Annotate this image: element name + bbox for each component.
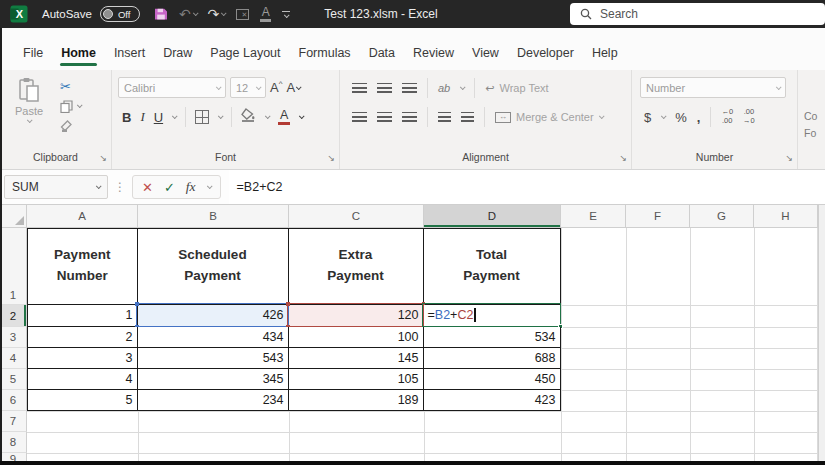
column-header-f[interactable]: F [626,205,690,228]
scrollbar-edge[interactable] [818,205,825,465]
currency-dropdown-icon[interactable] [661,113,667,119]
search-box[interactable] [570,3,825,25]
row-header-2[interactable]: 2 [0,305,27,327]
tab-draw[interactable]: Draw [154,37,201,70]
alignment-dialog-launcher-icon[interactable]: ↘ [619,154,627,163]
copy-button[interactable] [60,99,81,113]
font-dialog-launcher-icon[interactable]: ↘ [327,154,335,163]
autosave-toggle[interactable]: Off [100,6,140,22]
fill-color-button[interactable] [241,108,256,126]
insert-function-icon[interactable]: fx [186,179,196,195]
number-format-combobox[interactable]: Number [640,77,786,98]
cell-b1[interactable]: Scheduled Payment [138,229,289,305]
cell-a5[interactable]: 4 [28,369,138,390]
tab-page-layout[interactable]: Page Layout [201,37,289,70]
fill-color-dropdown-icon[interactable] [265,113,271,119]
search-input[interactable] [600,7,780,21]
cell-a4[interactable]: 3 [28,348,138,369]
font-color-button[interactable]: A [278,109,290,126]
align-center-icon[interactable] [377,112,392,123]
cell-a2[interactable]: 1 [28,305,138,327]
cell-c4[interactable]: 145 [289,348,424,369]
column-header-c[interactable]: C [289,205,424,228]
clipboard-dialog-launcher-icon[interactable]: ↘ [99,154,107,163]
formula-input[interactable]: =B2+C2 [229,170,825,204]
delete-cells-icon[interactable]: ✕ [236,9,249,20]
font-color-dropdown-icon[interactable] [299,113,305,119]
enter-icon[interactable]: ✓ [164,180,175,195]
borders-dropdown-icon[interactable] [218,113,224,119]
row-header-8[interactable]: 8 [0,432,27,453]
comma-format-button[interactable]: , [697,110,701,125]
row-header-6[interactable]: 6 [0,390,27,411]
italic-button[interactable]: I [140,109,144,125]
column-header-h[interactable]: H [754,205,818,228]
increase-indent-icon[interactable] [461,112,474,123]
cell-c5[interactable]: 105 [289,369,424,390]
column-header-g[interactable]: G [690,205,754,228]
cell-a3[interactable]: 2 [28,327,138,348]
row-header-4[interactable]: 4 [0,348,27,369]
decrease-decimal-icon[interactable]: .00 →0 [743,108,755,125]
grow-font-button[interactable]: A^ [270,80,282,95]
bold-button[interactable]: B [122,110,131,125]
merge-center-button[interactable]: ↔ Merge & Center [495,111,603,123]
cell-b2-formula-ref[interactable]: 426 [138,305,289,327]
tab-developer[interactable]: Developer [508,37,583,70]
orientation-icon[interactable]: ab [438,82,450,94]
underline-button[interactable]: U [154,110,163,125]
row-header-1[interactable]: 1 [0,228,27,305]
row-header-7[interactable]: 7 [0,411,27,432]
select-all-button[interactable] [0,205,27,228]
cell-c2-formula-ref[interactable]: 120 [289,305,424,327]
column-header-b[interactable]: B [138,205,289,228]
format-painter-button[interactable] [60,119,81,133]
cell-c3[interactable]: 100 [289,327,424,348]
cell-d4[interactable]: 688 [424,348,561,369]
percent-format-button[interactable]: % [675,110,687,125]
align-top-icon[interactable] [352,83,367,94]
shrink-font-button[interactable]: A [286,80,300,95]
align-left-icon[interactable] [352,112,367,123]
cancel-icon[interactable]: ✕ [142,180,153,195]
tab-data[interactable]: Data [360,37,404,70]
sheet-cells-area[interactable]: Payment Number Scheduled Payment Extra P… [27,228,818,465]
align-right-icon[interactable] [402,112,417,123]
cell-d2-editing[interactable]: =B2+C2 [424,305,561,327]
row-header-3[interactable]: 3 [0,327,27,348]
customize-qat-icon[interactable] [282,11,290,18]
tab-review[interactable]: Review [404,37,463,70]
cell-c1[interactable]: Extra Payment [289,229,424,305]
redo-icon[interactable]: ↷ [208,7,220,21]
font-family-combobox[interactable]: Calibri [118,77,226,98]
fx-dropdown-icon[interactable] [206,183,212,189]
orientation-dropdown-icon[interactable] [460,84,466,90]
align-bottom-icon[interactable] [402,83,417,94]
underline-dropdown-icon[interactable] [172,113,178,119]
save-icon[interactable] [154,7,168,21]
cell-d3[interactable]: 534 [424,327,561,348]
decrease-indent-icon[interactable] [438,112,451,123]
tab-help[interactable]: Help [583,37,627,70]
tab-file[interactable]: File [14,37,52,70]
tab-view[interactable]: View [463,37,508,70]
column-header-e[interactable]: E [561,205,626,228]
font-color-qat-icon[interactable]: A [260,6,271,22]
cell-d6[interactable]: 423 [424,390,561,411]
number-dialog-launcher-icon[interactable]: ↘ [785,154,793,163]
tab-insert[interactable]: Insert [105,37,154,70]
wrap-text-button[interactable]: ↩ Wrap Text [485,82,548,95]
increase-decimal-icon[interactable]: ←0 .00 [721,108,733,125]
cell-a1[interactable]: Payment Number [28,229,138,305]
currency-format-button[interactable]: $ [644,110,651,125]
cell-d5[interactable]: 450 [424,369,561,390]
cell-a6[interactable]: 5 [28,390,138,411]
undo-dropdown-icon[interactable] [192,10,198,16]
column-header-d[interactable]: D [424,205,561,228]
cell-d1[interactable]: Total Payment [424,229,561,305]
cut-icon[interactable]: ✂ [60,80,71,93]
redo-dropdown-icon[interactable] [221,10,227,16]
align-middle-icon[interactable] [377,83,392,94]
borders-icon[interactable] [195,110,209,124]
undo-icon[interactable]: ↶ [179,7,191,21]
